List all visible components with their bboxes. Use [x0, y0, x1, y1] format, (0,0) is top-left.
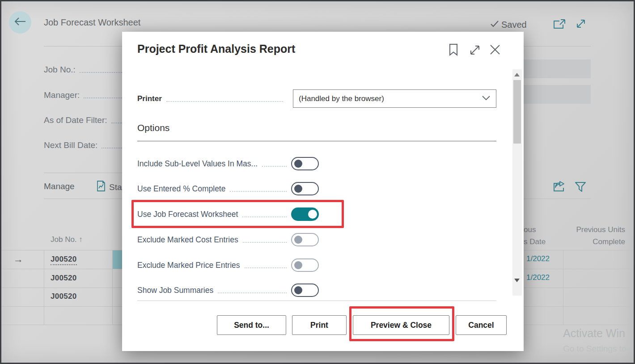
toggle-exclude-price-entries — [291, 258, 319, 272]
grid-line — [1, 250, 122, 250]
toggle-show-job-summaries[interactable] — [291, 284, 319, 297]
dotted-leader — [84, 92, 122, 98]
grid-line — [1, 269, 122, 269]
dialog-title: Project Profit Analysis Report — [137, 42, 295, 55]
saved-label: Saved — [501, 20, 527, 30]
filter-icon[interactable] — [574, 181, 587, 195]
option-row-exclude-cost-entries: Exclude Marked Cost Entries — [137, 233, 291, 246]
field-value-box-1[interactable] — [524, 59, 591, 78]
statistics-action[interactable]: Sta — [96, 180, 122, 194]
annotation-box-preview-and-close — [349, 306, 454, 341]
statistics-label: Sta — [109, 182, 122, 192]
option-row-include-sublevel: Include Sub-Level Values In Mas... — [137, 157, 291, 170]
toggle-include-sublevel[interactable] — [291, 157, 319, 170]
printer-select[interactable]: (Handled by the browser) — [293, 89, 496, 108]
app-window: Job Forecast Worksheet Saved Job No.: Ma… — [0, 0, 635, 364]
back-button[interactable] — [9, 11, 31, 34]
column-header-previous-date-line1: ous — [524, 224, 546, 236]
field-manager-label: Manager: — [44, 90, 80, 100]
scrollbar-up-arrow[interactable] — [514, 73, 520, 76]
grid-line — [524, 288, 635, 288]
field-next-bill-date: Next Bill Date: — [44, 140, 122, 150]
activate-windows-watermark-sub: Go to Settings to — [563, 344, 627, 354]
field-value-box-2[interactable] — [524, 85, 591, 104]
dotted-leader — [80, 67, 122, 73]
toggle-exclude-cost-entries — [291, 233, 319, 246]
field-job-no-label: Job No.: — [44, 65, 76, 75]
field-as-of-date: As of Date Filter: — [44, 115, 122, 125]
annotation-box-use-job-forecast-worksheet — [131, 200, 344, 228]
options-section-divider — [137, 141, 496, 141]
table-cell-job-no[interactable]: J00520 — [51, 255, 77, 265]
report-request-dialog: Project Profit Analysis Report Printer (… — [122, 32, 524, 351]
option-label: Use Entered % Complete — [137, 184, 225, 194]
bookmark-icon[interactable] — [449, 43, 458, 58]
printer-label: Printer — [137, 94, 162, 103]
dotted-leader — [243, 237, 287, 243]
send-to-button[interactable]: Send to... — [217, 315, 286, 335]
field-job-no: Job No.: — [44, 65, 122, 75]
table-cell-previous-date[interactable]: 1/2022 — [524, 273, 550, 282]
expand-dialog-icon[interactable] — [469, 44, 481, 58]
toggle-knob — [294, 160, 302, 168]
column-header-previous-units-line2: Complete — [563, 236, 625, 248]
field-as-of-date-label: As of Date Filter: — [44, 115, 107, 125]
printer-field-row: Printer — [137, 94, 288, 104]
dotted-leader — [230, 186, 287, 192]
dialog-scrollbar-thumb[interactable] — [513, 80, 521, 144]
scrollbar-down-arrow[interactable] — [514, 279, 520, 282]
grid-line — [1, 306, 122, 307]
toggle-knob — [294, 286, 302, 294]
option-label: Show Job Summaries — [137, 286, 213, 295]
check-icon — [490, 19, 500, 30]
toggle-knob — [294, 185, 302, 193]
column-header-previous-units-line1: Previous Units — [563, 224, 625, 236]
option-label: Exclude Marked Price Entries — [137, 261, 240, 270]
grid-line — [524, 269, 635, 269]
footer-divider — [137, 301, 496, 301]
field-manager: Manager: — [44, 90, 122, 100]
grid-line — [524, 325, 635, 325]
expand-page-icon[interactable] — [575, 18, 587, 31]
field-next-bill-date-label: Next Bill Date: — [44, 140, 97, 150]
dotted-leader — [262, 161, 287, 167]
column-header-previous-units-complete[interactable]: Previous Units Complete — [563, 224, 625, 248]
saved-status: Saved — [490, 19, 527, 30]
toolbar-divider-top — [44, 173, 122, 173]
dotted-leader — [245, 262, 287, 268]
option-row-exclude-price-entries: Exclude Marked Price Entries — [137, 258, 291, 272]
grid-line — [1, 325, 122, 325]
activate-windows-watermark: Activate Win — [563, 327, 625, 340]
share-icon[interactable] — [552, 180, 566, 195]
toggle-knob — [294, 236, 302, 244]
dotted-leader — [111, 117, 123, 123]
chevron-down-icon — [482, 94, 491, 103]
cancel-button[interactable]: Cancel — [456, 315, 507, 335]
manage-menu[interactable]: Manage — [44, 182, 75, 191]
toggle-knob — [294, 261, 302, 269]
dotted-leader — [102, 142, 122, 148]
column-header-job-no[interactable]: Job No. ↑ — [51, 233, 83, 245]
print-button[interactable]: Print — [292, 315, 347, 335]
option-label: Exclude Marked Cost Entries — [137, 235, 238, 245]
option-row-use-entered-percent: Use Entered % Complete — [137, 182, 291, 195]
open-in-new-window-icon[interactable] — [552, 18, 566, 32]
dotted-leader — [218, 288, 287, 293]
page-title: Job Forecast Worksheet — [44, 17, 140, 28]
dotted-leader — [166, 96, 283, 102]
close-icon[interactable] — [489, 43, 501, 58]
toggle-use-entered-percent[interactable] — [291, 182, 319, 195]
option-label: Include Sub-Level Values In Mas... — [137, 159, 258, 169]
table-cell-previous-date[interactable]: 1/2022 — [524, 254, 550, 263]
table-cell-job-no[interactable]: J00520 — [51, 292, 77, 301]
printer-select-value: (Handled by the browser) — [299, 94, 482, 103]
selected-cell-highlight — [113, 250, 122, 269]
options-section-header: Options — [137, 123, 169, 133]
grid-line — [524, 250, 635, 250]
column-header-previous-date-line2: s Date — [524, 236, 546, 248]
column-header-previous-date[interactable]: ous s Date — [524, 224, 546, 248]
active-row-pointer-icon: → — [13, 254, 23, 265]
option-row-show-job-summaries: Show Job Summaries — [137, 284, 291, 297]
back-arrow-icon — [13, 16, 27, 29]
table-cell-job-no[interactable]: J00520 — [51, 274, 77, 283]
